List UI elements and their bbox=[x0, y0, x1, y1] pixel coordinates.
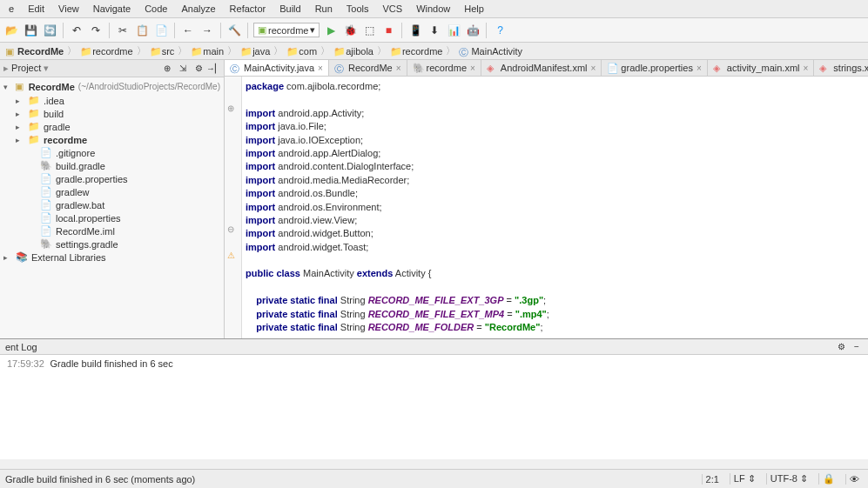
run-config-selector[interactable]: ▣ recordme ▾ bbox=[253, 23, 320, 37]
code-editor[interactable]: ⊕ ⊖ ⚠ package com.ajibola.recordme; impo… bbox=[225, 77, 868, 338]
tree-item[interactable]: 🐘build.gradle bbox=[0, 159, 224, 172]
forward-icon[interactable]: → bbox=[199, 23, 215, 38]
breadcrumb-item[interactable]: 📁com bbox=[285, 46, 319, 57]
breadcrumb-item[interactable]: ⒸMainActivity bbox=[457, 46, 524, 57]
minimize-icon[interactable]: − bbox=[851, 341, 863, 353]
undo-icon[interactable]: ↶ bbox=[69, 23, 84, 38]
run-icon[interactable]: ▶ bbox=[323, 23, 339, 38]
status-position[interactable]: 2:1 bbox=[702, 474, 723, 485]
close-icon[interactable]: × bbox=[470, 64, 475, 73]
breadcrumb-item[interactable]: 📁ajibola bbox=[332, 46, 375, 57]
editor-tab[interactable]: 🐘recordme× bbox=[407, 60, 481, 76]
breadcrumb-item[interactable]: ▣RecordMe bbox=[3, 46, 65, 57]
paste-icon[interactable]: 📄 bbox=[153, 23, 169, 38]
close-icon[interactable]: × bbox=[318, 64, 323, 73]
file-icon: 📄 bbox=[607, 63, 617, 73]
hide-icon[interactable]: →▏ bbox=[208, 63, 220, 75]
tree-root[interactable]: ▾ ▣ RecordMe (~/AndroidStudioProjects/Re… bbox=[0, 79, 224, 94]
breadcrumb-item[interactable]: 📁main bbox=[189, 46, 225, 57]
tree-item[interactable]: ▸📁gradle bbox=[0, 120, 224, 133]
project-tree[interactable]: ▾ ▣ RecordMe (~/AndroidStudioProjects/Re… bbox=[0, 77, 224, 338]
expand-icon[interactable]: ▸ bbox=[16, 123, 24, 131]
menu-code[interactable]: Code bbox=[139, 2, 172, 16]
sync-icon[interactable]: 🔄 bbox=[42, 23, 57, 38]
close-icon[interactable]: × bbox=[396, 64, 401, 73]
sdk-icon[interactable]: ⬇ bbox=[427, 23, 442, 38]
menu-vcs[interactable]: VCS bbox=[378, 2, 408, 16]
breadcrumb-item[interactable]: 📁recordme bbox=[78, 46, 134, 57]
tree-item[interactable]: ▸📚External Libraries bbox=[0, 251, 224, 264]
redo-icon[interactable]: ↷ bbox=[88, 23, 104, 38]
menu-file[interactable]: e bbox=[3, 2, 19, 16]
editor-tab[interactable]: ◈activity_main.xml× bbox=[708, 60, 815, 76]
lock-icon[interactable]: 🔒 bbox=[818, 473, 838, 485]
tree-item[interactable]: 📄gradle.properties bbox=[0, 172, 224, 185]
tree-item[interactable]: 📄.gitignore bbox=[0, 146, 224, 159]
close-icon[interactable]: × bbox=[591, 64, 596, 73]
class-icon: Ⓒ bbox=[230, 63, 240, 73]
tree-item[interactable]: 📄RecordMe.iml bbox=[0, 224, 224, 237]
warning-icon[interactable]: ⚠ bbox=[227, 250, 235, 262]
attach-icon[interactable]: ⬚ bbox=[361, 23, 377, 38]
menu-analyze[interactable]: Analyze bbox=[176, 2, 220, 16]
class-icon: Ⓒ bbox=[459, 46, 469, 57]
expand-icon[interactable]: ▸ bbox=[3, 253, 12, 262]
tree-item[interactable]: 📄gradlew.bat bbox=[0, 198, 224, 211]
menu-tools[interactable]: Tools bbox=[341, 2, 374, 16]
menu-edit[interactable]: Edit bbox=[23, 2, 50, 16]
menu-help[interactable]: Help bbox=[459, 2, 489, 16]
close-icon[interactable]: × bbox=[804, 64, 809, 73]
cut-icon[interactable]: ✂ bbox=[115, 23, 131, 38]
stop-icon[interactable]: ■ bbox=[380, 23, 396, 38]
close-icon[interactable]: × bbox=[696, 64, 702, 73]
copy-icon[interactable]: 📋 bbox=[134, 23, 150, 38]
editor-tab[interactable]: ⒸRecordMe× bbox=[329, 60, 407, 76]
gear-icon[interactable]: ⚙ bbox=[192, 63, 205, 75]
menu-build[interactable]: Build bbox=[274, 2, 306, 16]
gear-icon[interactable]: ⚙ bbox=[835, 341, 847, 353]
code-content[interactable]: package com.ajibola.recordme; import and… bbox=[246, 80, 868, 338]
fold-minus-icon[interactable]: ⊖ bbox=[227, 224, 234, 236]
expand-icon[interactable]: ▸ bbox=[16, 136, 24, 144]
menu-window[interactable]: Window bbox=[411, 2, 455, 16]
tree-item[interactable]: ▸📁.idea bbox=[0, 94, 224, 107]
expand-icon[interactable]: ▾ bbox=[3, 83, 11, 91]
scroll-from-source-icon[interactable]: ⊕ bbox=[161, 63, 173, 75]
event-log-body[interactable]: 17:59:32 Gradle build finished in 6 sec bbox=[0, 355, 868, 459]
menu-view[interactable]: View bbox=[53, 2, 84, 16]
avd-icon[interactable]: 📱 bbox=[407, 23, 423, 38]
editor-tabs: ⒸMainActivity.java×ⒸRecordMe×🐘recordme×◈… bbox=[225, 60, 868, 77]
menu-refactor[interactable]: Refactor bbox=[225, 2, 272, 16]
editor-tab[interactable]: 📄gradle.properties× bbox=[602, 60, 707, 76]
help-icon[interactable]: ? bbox=[492, 23, 508, 38]
debug-icon[interactable]: 🐞 bbox=[342, 23, 358, 38]
breadcrumb-item[interactable]: 📁recordme bbox=[388, 46, 444, 57]
inspector-icon[interactable]: 👁 bbox=[845, 474, 863, 485]
tree-item[interactable]: 📄gradlew bbox=[0, 185, 224, 198]
status-encoding[interactable]: UTF-8 ⇕ bbox=[766, 473, 811, 485]
save-icon[interactable]: 💾 bbox=[23, 23, 38, 38]
gradle-icon: 🐘 bbox=[40, 238, 52, 250]
tree-item[interactable]: ▸📁recordme bbox=[0, 133, 224, 146]
expand-icon[interactable]: ▸ bbox=[16, 110, 24, 118]
editor-tab[interactable]: ◈strings.xml× bbox=[814, 60, 868, 76]
tree-item[interactable]: 📄local.properties bbox=[0, 211, 224, 224]
tree-item[interactable]: ▸📁build bbox=[0, 107, 224, 120]
build-icon[interactable]: 🔨 bbox=[226, 23, 242, 38]
breadcrumb-item[interactable]: 📁src bbox=[148, 46, 177, 57]
breadcrumb-item[interactable]: 📁java bbox=[239, 46, 272, 57]
collapse-icon[interactable]: ⇲ bbox=[177, 63, 189, 75]
status-line-sep[interactable]: LF ⇕ bbox=[730, 473, 759, 485]
xml-icon: ◈ bbox=[819, 63, 830, 73]
tree-item[interactable]: 🐘settings.gradle bbox=[0, 237, 224, 251]
android-icon-2[interactable]: 🤖 bbox=[465, 23, 481, 38]
open-icon[interactable]: 📂 bbox=[3, 23, 19, 38]
fold-plus-icon[interactable]: ⊕ bbox=[227, 103, 234, 115]
menu-navigate[interactable]: Navigate bbox=[88, 2, 136, 16]
editor-tab[interactable]: ⒸMainActivity.java× bbox=[225, 60, 329, 76]
menu-run[interactable]: Run bbox=[310, 2, 338, 16]
expand-icon[interactable]: ▸ bbox=[16, 97, 24, 105]
back-icon[interactable]: ← bbox=[180, 23, 196, 38]
editor-tab[interactable]: ◈AndroidManifest.xml× bbox=[481, 60, 602, 76]
monitor-icon[interactable]: 📊 bbox=[446, 23, 461, 38]
